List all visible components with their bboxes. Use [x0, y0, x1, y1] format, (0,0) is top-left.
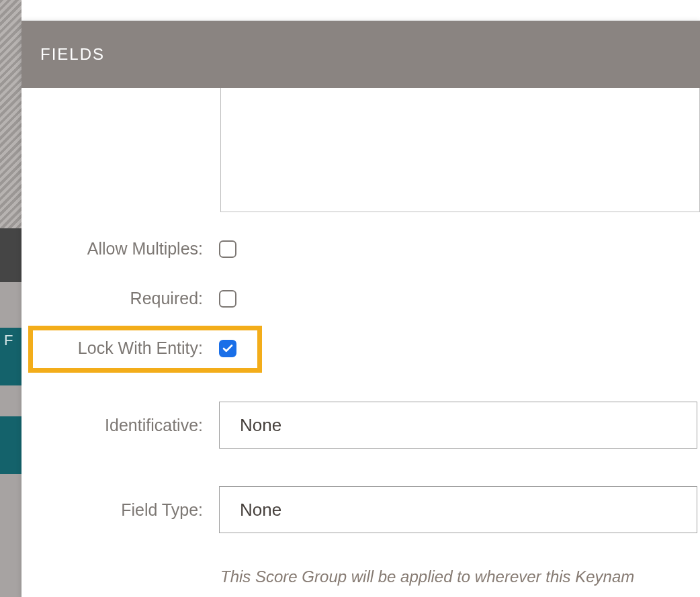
select-field-type[interactable]: None [219, 486, 697, 533]
obscured-side-panel: F [0, 0, 21, 597]
select-identificative-value: None [240, 415, 281, 436]
label-lock-with-entity: Lock With Entity: [21, 338, 203, 358]
side-panel-dark-segment [0, 228, 21, 282]
checkbox-required[interactable] [219, 290, 236, 308]
side-panel-letter: F [4, 332, 13, 349]
panel-body: Allow Multiples: Required: Lock With Ent… [21, 88, 700, 597]
label-identificative: Identificative: [21, 416, 203, 435]
row-lock-with-entity: Lock With Entity: [21, 338, 700, 358]
row-required: Required: [21, 289, 700, 308]
checkbox-lock-with-entity[interactable] [219, 340, 236, 357]
hatched-region [0, 0, 21, 228]
label-allow-multiples: Allow Multiples: [21, 239, 203, 259]
row-field-type: Field Type: None [21, 486, 700, 533]
hint-text: This Score Group will be applied to wher… [220, 567, 634, 586]
check-icon [222, 342, 234, 355]
description-textarea[interactable] [220, 88, 700, 212]
panel-header: FIELDS [21, 21, 700, 88]
label-required: Required: [21, 289, 203, 308]
select-identificative[interactable]: None [219, 402, 697, 449]
row-allow-multiples: Allow Multiples: [21, 239, 700, 259]
fields-panel: FIELDS Allow Multiples: Required: Lock W [21, 20, 700, 597]
select-field-type-value: None [240, 500, 281, 520]
field-type-hint: This Score Group will be applied to wher… [220, 567, 700, 586]
checkbox-allow-multiples[interactable] [219, 240, 236, 258]
row-identificative: Identificative: None [21, 402, 700, 449]
side-panel-active-item[interactable]: F [0, 328, 21, 385]
panel-title: FIELDS [40, 45, 105, 64]
side-panel-item[interactable] [0, 416, 21, 474]
label-field-type: Field Type: [21, 500, 203, 520]
